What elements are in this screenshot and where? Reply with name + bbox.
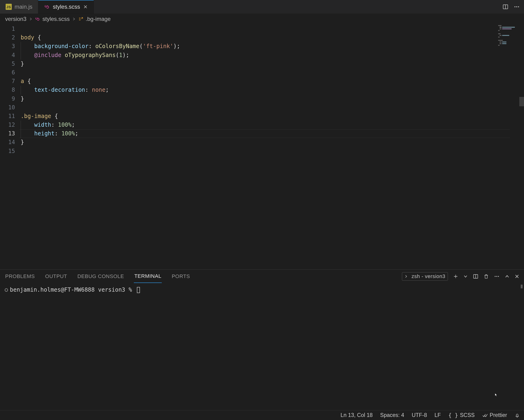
more-actions-icon[interactable]: [514, 4, 520, 10]
panel-tab-terminal[interactable]: TERMINAL: [134, 270, 162, 283]
scrollbar-thumb[interactable]: [521, 285, 523, 288]
line-number: 1: [0, 25, 15, 33]
svg-point-1: [514, 6, 515, 7]
tab-main-js[interactable]: JS main.js: [0, 0, 38, 14]
kill-terminal-icon[interactable]: [484, 274, 489, 279]
javascript-file-icon: JS: [6, 4, 12, 10]
svg-point-2: [516, 6, 517, 7]
minimap[interactable]: [498, 25, 521, 51]
status-encoding[interactable]: UTF-8: [408, 412, 431, 418]
new-terminal-icon[interactable]: [453, 274, 458, 279]
scrollbar-thumb[interactable]: [519, 97, 524, 106]
code-line[interactable]: [21, 68, 524, 77]
tabs-spacer: [94, 0, 498, 14]
terminal-profile-label: zsh - version3: [411, 273, 445, 279]
code-area[interactable]: body { background-color: oColorsByName('…: [21, 24, 524, 269]
panel-tab-problems[interactable]: PROBLEMS: [5, 270, 35, 283]
line-number: 3: [0, 42, 15, 51]
status-cursor-position[interactable]: Ln 13, Col 18: [337, 412, 376, 418]
status-eol[interactable]: LF: [431, 412, 445, 418]
code-line[interactable]: text-decoration: none;: [21, 86, 524, 94]
status-formatter-label: Prettier: [490, 412, 507, 418]
svg-point-6: [496, 276, 497, 277]
line-number: 5: [0, 60, 15, 68]
code-line[interactable]: [21, 103, 524, 112]
line-number: 4: [0, 51, 15, 60]
breadcrumb[interactable]: version3 styles.scss .bg-image: [0, 14, 524, 24]
terminal-body[interactable]: benjamin.holmes@FT-MW6888 version3 %: [0, 283, 524, 410]
breadcrumb-folder[interactable]: version3: [5, 16, 26, 22]
more-actions-icon[interactable]: [494, 274, 500, 279]
line-number: 10: [0, 103, 15, 112]
scss-file-icon: [44, 4, 50, 10]
code-editor[interactable]: 123456789101112131415 body { background-…: [0, 24, 524, 269]
code-line[interactable]: a {: [21, 77, 524, 86]
close-panel-icon[interactable]: [515, 274, 519, 279]
terminal-profile-badge[interactable]: zsh - version3: [402, 272, 448, 281]
line-number: 11: [0, 112, 15, 120]
line-number: 2: [0, 33, 15, 42]
tabs-actions: [498, 0, 524, 14]
line-number: 12: [0, 120, 15, 129]
terminal-cursor: [137, 287, 140, 293]
status-indentation[interactable]: Spaces: 4: [376, 412, 408, 418]
status-language-mode[interactable]: { } SCSS: [445, 412, 479, 418]
code-line[interactable]: [21, 25, 524, 33]
status-language-label: SCSS: [460, 412, 475, 418]
maximize-panel-icon[interactable]: [505, 274, 509, 279]
panel-tabs: PROBLEMS OUTPUT DEBUG CONSOLE TERMINAL P…: [0, 270, 524, 283]
code-line[interactable]: [21, 147, 524, 155]
code-line[interactable]: width: 100%;: [21, 120, 524, 129]
symbol-class-icon: [78, 17, 83, 22]
chevron-right-icon: [72, 17, 76, 21]
code-line[interactable]: height: 100%;: [21, 129, 524, 138]
code-line[interactable]: }: [21, 94, 524, 103]
chevron-down-icon[interactable]: [463, 274, 468, 279]
svg-point-5: [495, 276, 496, 277]
editor-tabs-bar: JS main.js styles.scss: [0, 0, 524, 14]
code-line[interactable]: }: [21, 138, 524, 147]
tab-title: main.js: [15, 3, 32, 10]
line-number: 8: [0, 86, 15, 94]
svg-point-3: [518, 6, 519, 7]
prompt-status-icon: [5, 288, 8, 292]
terminal-prompt: benjamin.holmes@FT-MW6888 version3 %: [10, 286, 135, 293]
line-number: 15: [0, 147, 15, 155]
bottom-panel: PROBLEMS OUTPUT DEBUG CONSOLE TERMINAL P…: [0, 269, 524, 410]
line-number: 6: [0, 68, 15, 77]
split-editor-icon[interactable]: [502, 4, 508, 10]
scss-file-icon: [35, 17, 40, 22]
tab-title: styles.scss: [53, 3, 80, 10]
status-notifications[interactable]: [511, 413, 521, 418]
svg-point-7: [498, 276, 499, 277]
breadcrumb-file[interactable]: styles.scss: [43, 16, 70, 22]
line-number: 9: [0, 94, 15, 103]
line-number: 7: [0, 77, 15, 86]
status-bar: Ln 13, Col 18 Spaces: 4 UTF-8 LF { } SCS…: [0, 410, 524, 420]
panel-tab-output[interactable]: OUTPUT: [45, 270, 67, 283]
tab-styles-scss[interactable]: styles.scss: [38, 0, 94, 14]
panel-tab-debug-console[interactable]: DEBUG CONSOLE: [77, 270, 124, 283]
bell-icon: [515, 413, 520, 418]
line-number: 14: [0, 138, 15, 147]
status-formatter[interactable]: Prettier: [479, 412, 511, 418]
breadcrumb-symbol[interactable]: .bg-image: [86, 16, 111, 22]
code-line[interactable]: @include oTypographySans(1);: [21, 51, 524, 60]
code-line[interactable]: background-color: oColorsByName('ft-pink…: [21, 42, 524, 51]
panel-tab-ports[interactable]: PORTS: [171, 270, 190, 283]
double-check-icon: [482, 413, 488, 418]
code-line[interactable]: .bg-image {: [21, 112, 524, 120]
chevron-right-icon: [29, 17, 33, 21]
braces-icon: { }: [448, 412, 458, 418]
panel-actions: zsh - version3: [402, 272, 519, 281]
code-line[interactable]: }: [21, 60, 524, 68]
line-number: 13: [0, 129, 15, 138]
split-terminal-icon[interactable]: [473, 274, 479, 279]
close-tab-icon[interactable]: [83, 4, 88, 9]
line-number-gutter: 123456789101112131415: [0, 24, 21, 269]
code-line[interactable]: body {: [21, 33, 524, 42]
